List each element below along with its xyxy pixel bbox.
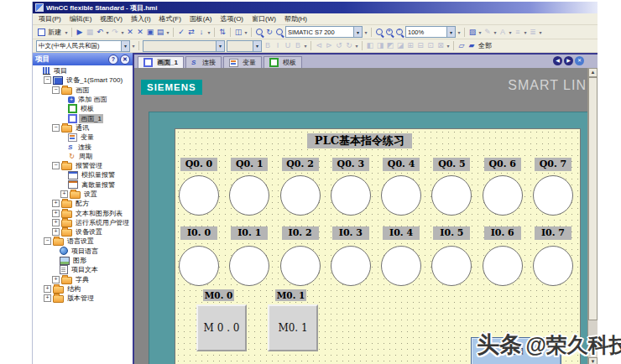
tree-item-graphics[interactable]: 图形 — [33, 256, 133, 265]
i7-indicator-circle[interactable] — [533, 246, 573, 286]
underline-icon[interactable]: U — [283, 40, 293, 51]
zoom-out-icon[interactable]: − — [394, 27, 404, 38]
tree-item-template[interactable]: 模板 — [33, 104, 133, 113]
screen-editor-workspace[interactable]: SIEMENS SMART LIN PLC基本指令练习 Q0. 0 Q0. 1 … — [134, 68, 598, 364]
i0-indicator-circle[interactable] — [179, 246, 219, 286]
open-icon[interactable]: ▶ — [75, 27, 85, 38]
q2-indicator-circle[interactable] — [280, 175, 321, 216]
i6-label[interactable]: I0. 6 — [484, 226, 521, 240]
screen-title-label[interactable]: PLC基本指令练习 — [307, 133, 412, 148]
expand-toggle-icon[interactable]: + — [52, 210, 60, 217]
zoom-area-icon[interactable] — [374, 27, 384, 38]
more-caret-icon[interactable]: ▾ — [538, 29, 543, 35]
language-select[interactable]: 中文(中华人民共和国)▾ — [36, 40, 130, 52]
fill-color-icon[interactable]: ▨ — [467, 27, 477, 38]
scrollbar-thumb[interactable] — [588, 77, 598, 320]
q1-label[interactable]: Q0. 1 — [231, 158, 268, 171]
zoom-select[interactable]: 100%▾ — [405, 26, 456, 38]
center-horizontal-icon[interactable]: ⊞ — [405, 40, 415, 51]
align-bottom-icon[interactable]: ◪ — [395, 40, 405, 51]
i7-label[interactable]: I0. 7 — [535, 226, 571, 240]
q4-indicator-circle[interactable] — [381, 175, 421, 216]
tree-item-cycles[interactable]: 周期 — [33, 152, 133, 161]
runtime-icon[interactable]: ◫ — [233, 27, 243, 38]
q0-indicator-circle[interactable] — [179, 175, 219, 216]
expand-toggle-icon[interactable]: + — [52, 228, 60, 236]
device-select[interactable]: SIMATIC S7 200▾ — [285, 26, 363, 38]
tab-connections[interactable]: 连接 — [185, 56, 222, 68]
more-caret-icon[interactable]: ▾ — [64, 29, 69, 35]
m1-button[interactable]: M0. 1 — [268, 304, 318, 351]
align-top-icon[interactable]: ◩ — [385, 40, 395, 51]
tree-item-dictionaries[interactable]: +字典 — [33, 275, 133, 284]
more-caret-icon[interactable]: ▾ — [354, 43, 359, 49]
undo-icon[interactable]: ↶ — [95, 27, 105, 38]
rotate-right-icon[interactable]: ↻ — [344, 40, 354, 51]
pin-icon[interactable]: ? — [108, 55, 118, 65]
tree-item-analog-alarms[interactable]: 模拟量报警 — [33, 170, 133, 179]
m0-button[interactable]: M 0 . 0 — [196, 304, 247, 351]
tree-item-device-settings[interactable]: +设备设置 — [33, 227, 133, 237]
tree-item-project-texts[interactable]: 项目文本 — [33, 265, 133, 274]
delete-icon[interactable]: ✕ — [125, 27, 135, 38]
i5-indicator-circle[interactable] — [431, 246, 472, 286]
tree-item-structure[interactable]: +结构 — [33, 284, 133, 294]
tree-item-discrete-alarms[interactable]: 离散量报警 — [33, 180, 133, 190]
menu-item-view[interactable]: 视图(V) — [96, 14, 127, 23]
tree-item-screens[interactable]: −画面 — [33, 86, 133, 95]
i2-label[interactable]: I0. 2 — [282, 226, 319, 240]
expand-toggle-icon[interactable]: + — [60, 190, 68, 198]
i2-indicator-circle[interactable] — [280, 246, 321, 286]
menu-item-window[interactable]: 窗口(W) — [248, 14, 280, 23]
tree-item-runtime-user-admin[interactable]: +运行系统用户管理 — [33, 218, 133, 227]
bold-icon[interactable]: B — [263, 40, 273, 51]
q3-label[interactable]: Q0. 3 — [332, 158, 369, 171]
line-style-icon[interactable]: ≡ — [513, 27, 523, 38]
q5-label[interactable]: Q0. 5 — [433, 158, 470, 171]
q3-indicator-circle[interactable] — [331, 175, 371, 216]
expand-toggle-icon[interactable]: − — [44, 76, 51, 84]
expand-toggle-icon[interactable]: + — [44, 294, 51, 302]
zoom-in-icon[interactable]: + — [384, 27, 394, 38]
find-icon[interactable] — [254, 27, 264, 38]
menu-item-options[interactable]: 选项(O) — [216, 14, 248, 23]
blink-icon[interactable]: B — [293, 40, 303, 51]
tree-item-device-1[interactable]: −设备_1(Smart 700) — [33, 75, 133, 85]
i5-label[interactable]: I0. 5 — [433, 226, 470, 240]
q4-label[interactable]: Q0. 4 — [383, 158, 420, 171]
i4-label[interactable]: I0. 4 — [383, 226, 420, 240]
copy-icon[interactable]: ▣ — [145, 27, 155, 38]
close-icon[interactable]: ✕ — [120, 55, 130, 65]
q1-indicator-circle[interactable] — [229, 175, 269, 216]
binoculars-icon[interactable] — [274, 27, 284, 38]
tree-item-language-settings[interactable]: −语言设置 — [33, 237, 133, 246]
tree-item-alarm-management[interactable]: −报警管理 — [33, 161, 133, 170]
paste-icon[interactable]: ▤ — [155, 27, 165, 38]
same-size-icon[interactable]: ⊠ — [436, 40, 446, 51]
q5-indicator-circle[interactable] — [431, 175, 472, 216]
tab-order-icon[interactable]: ⇅ — [217, 27, 227, 38]
layer-icon[interactable]: ▱ — [457, 40, 467, 51]
expand-toggle-icon[interactable]: + — [44, 285, 51, 293]
i4-indicator-circle[interactable] — [381, 246, 421, 286]
menu-item-faceplates[interactable]: 面板(A) — [185, 14, 217, 23]
q6-label[interactable]: Q0. 6 — [484, 158, 521, 171]
tree-item-project-root[interactable]: 项目 — [33, 66, 133, 75]
menu-item-format[interactable]: 格式(F) — [155, 14, 185, 23]
expand-toggle-icon[interactable]: − — [52, 124, 60, 132]
font-size-select[interactable]: ▾ — [227, 40, 262, 52]
tab-scroll-right-icon[interactable]: ▶ — [564, 56, 573, 65]
tab-tags[interactable]: 变量 — [223, 56, 262, 68]
tab-template[interactable]: 模板 — [264, 56, 302, 68]
pen-color-icon[interactable]: ✎ — [483, 27, 493, 38]
i0-label[interactable]: I0. 0 — [180, 226, 217, 240]
q7-indicator-circle[interactable] — [533, 175, 573, 216]
tree-item-recipes[interactable]: +配方 — [33, 199, 133, 208]
download-icon[interactable]: ↓ — [196, 27, 206, 38]
layer-visibility-icon[interactable]: ▰ — [467, 40, 477, 51]
more-caret-icon[interactable]: ▾ — [446, 43, 451, 49]
tree-item-alarm-settings[interactable]: +设置 — [33, 190, 133, 199]
menu-item-insert[interactable]: 插入(I) — [127, 14, 155, 23]
transfer-icon[interactable]: ⇄ — [186, 27, 196, 38]
tab-screen1[interactable]: 画面_1 — [138, 56, 184, 68]
